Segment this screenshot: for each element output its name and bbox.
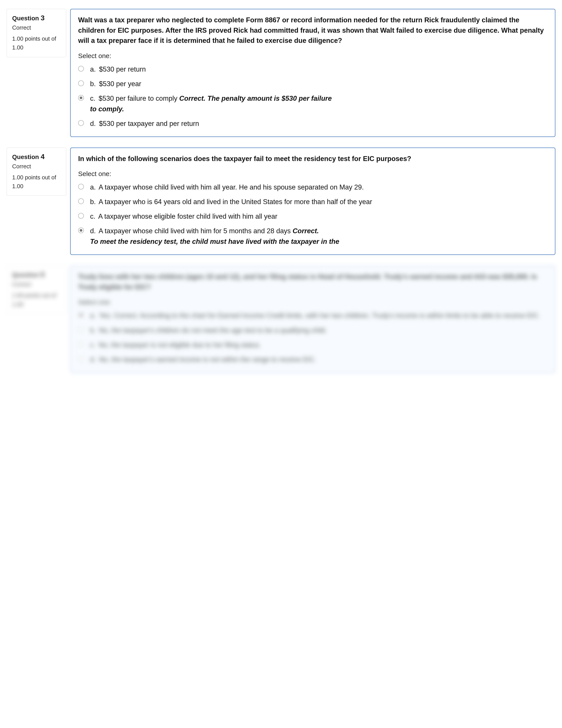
- answer-a[interactable]: a. $530 per return: [78, 64, 547, 75]
- question-number-label: Question: [12, 15, 39, 22]
- radio-icon[interactable]: [78, 213, 84, 219]
- answer-label: a.: [90, 312, 96, 319]
- answer-label: b.: [90, 326, 96, 334]
- question-stem: Trudy lives with her two children (ages …: [78, 272, 547, 292]
- question-number: Question 3: [12, 14, 61, 22]
- answer-d[interactable]: d. No, the taxpayer's earned income is n…: [78, 354, 547, 365]
- answer-feedback-continued: To meet the residency test, the child mu…: [90, 236, 547, 247]
- radio-icon[interactable]: [78, 227, 84, 233]
- answer-text: A taxpayer whose child lived with him fo…: [99, 227, 291, 235]
- question-content-panel: In which of the following scenarios does…: [70, 148, 555, 255]
- answer-body: b. A taxpayer who is 64 years old and li…: [90, 197, 547, 207]
- question-grade: 1.00 points out of 1.00: [12, 291, 61, 309]
- answer-text: Yes. Correct. According to the chart for…: [99, 312, 540, 319]
- answer-feedback: Correct.: [293, 227, 319, 235]
- question-state: Correct: [12, 163, 61, 170]
- answer-body: b. No, the taxpayer's children do not me…: [90, 325, 547, 336]
- radio-icon[interactable]: [78, 120, 84, 126]
- answer-body: d. A taxpayer whose child lived with him…: [90, 226, 547, 247]
- question-state: Correct: [12, 24, 61, 31]
- answer-c[interactable]: c. No, the taxpayer is not eligible due …: [78, 340, 547, 350]
- question-5-block-blurred: Question 5 Correct 1.00 points out of 1.…: [7, 265, 555, 373]
- answer-text: No, the taxpayer's children do not meet …: [99, 326, 327, 334]
- answer-label: a.: [90, 183, 96, 191]
- answer-label: d.: [90, 227, 96, 235]
- question-4-block: Question 4 Correct 1.00 points out of 1.…: [7, 148, 555, 255]
- answer-body: a. Yes. Correct. According to the chart …: [90, 310, 547, 321]
- answer-b[interactable]: b. A taxpayer who is 64 years old and li…: [78, 197, 547, 207]
- question-number-value: 3: [41, 14, 45, 22]
- answer-body: a. $530 per return: [90, 64, 547, 75]
- answer-text: A taxpayer whose eligible foster child l…: [98, 212, 278, 220]
- answer-text: A taxpayer whose child lived with him al…: [99, 183, 364, 191]
- radio-icon[interactable]: [78, 184, 84, 190]
- question-info-panel: Question 5 Correct 1.00 points out of 1.…: [7, 265, 66, 314]
- radio-icon[interactable]: [78, 66, 84, 72]
- question-number-value: 5: [41, 271, 45, 279]
- answer-label: c.: [90, 95, 95, 102]
- answer-a[interactable]: a. Yes. Correct. According to the chart …: [78, 310, 547, 321]
- answer-text: $530 per failure to comply: [99, 95, 178, 102]
- answer-body: b. $530 per year: [90, 79, 547, 89]
- answer-list: a. $530 per return b. $530 per year c. $…: [78, 64, 547, 129]
- question-stem: In which of the following scenarios does…: [78, 154, 547, 164]
- question-number-label: Question: [12, 271, 39, 278]
- question-number-label: Question: [12, 154, 39, 160]
- radio-icon[interactable]: [78, 356, 84, 362]
- answer-feedback-continued: to comply.: [90, 104, 547, 114]
- answer-c[interactable]: c. $530 per failure to comply Correct. T…: [78, 93, 547, 114]
- answer-d[interactable]: d. $530 per taxpayer and per return: [78, 118, 547, 129]
- answer-text: $530 per taxpayer and per return: [99, 120, 199, 127]
- answer-body: c. $530 per failure to comply Correct. T…: [90, 93, 547, 114]
- radio-icon[interactable]: [78, 95, 84, 101]
- question-stem: Walt was a tax preparer who neglected to…: [78, 15, 547, 46]
- answer-a[interactable]: a. A taxpayer whose child lived with him…: [78, 182, 547, 193]
- answer-list: a. Yes. Correct. According to the chart …: [78, 310, 547, 365]
- answer-label: d.: [90, 356, 96, 363]
- answer-body: a. A taxpayer whose child lived with him…: [90, 182, 547, 193]
- radio-icon[interactable]: [78, 341, 84, 347]
- question-content-panel: Walt was a tax preparer who neglected to…: [70, 9, 555, 137]
- radio-icon[interactable]: [78, 312, 84, 318]
- question-number: Question 4: [12, 153, 61, 161]
- answer-body: c. A taxpayer whose eligible foster chil…: [90, 211, 547, 222]
- answer-label: b.: [90, 198, 96, 206]
- select-one-prompt: Select one:: [78, 298, 547, 306]
- question-content-panel: Trudy lives with her two children (ages …: [70, 265, 555, 373]
- select-one-prompt: Select one:: [78, 52, 547, 60]
- answer-text: $530 per return: [99, 65, 146, 73]
- answer-text: No, the taxpayer's earned income is not …: [99, 356, 316, 363]
- answer-c[interactable]: c. A taxpayer whose eligible foster chil…: [78, 211, 547, 222]
- answer-body: d. No, the taxpayer's earned income is n…: [90, 354, 547, 365]
- answer-label: d.: [90, 120, 96, 127]
- question-grade: 1.00 points out of 1.00: [12, 173, 61, 191]
- answer-text: A taxpayer who is 64 years old and lived…: [99, 198, 372, 206]
- answer-list: a. A taxpayer whose child lived with him…: [78, 182, 547, 247]
- question-info-panel: Question 4 Correct 1.00 points out of 1.…: [7, 148, 66, 196]
- question-number-value: 4: [41, 153, 45, 161]
- answer-feedback: Correct. The penalty amount is $530 per …: [179, 95, 332, 102]
- answer-text: $530 per year: [99, 80, 141, 88]
- answer-d[interactable]: d. A taxpayer whose child lived with him…: [78, 226, 547, 247]
- answer-label: b.: [90, 80, 96, 88]
- answer-body: c. No, the taxpayer is not eligible due …: [90, 340, 547, 350]
- question-state: Correct: [12, 281, 61, 288]
- answer-b[interactable]: b. $530 per year: [78, 79, 547, 89]
- answer-label: c.: [90, 212, 95, 220]
- question-info-panel: Question 3 Correct 1.00 points out of 1.…: [7, 9, 66, 57]
- question-number: Question 5: [12, 271, 61, 279]
- answer-label: c.: [90, 341, 95, 349]
- radio-icon[interactable]: [78, 327, 84, 333]
- radio-icon[interactable]: [78, 80, 84, 86]
- question-grade: 1.00 points out of 1.00: [12, 34, 61, 52]
- select-one-prompt: Select one:: [78, 170, 547, 178]
- answer-body: d. $530 per taxpayer and per return: [90, 118, 547, 129]
- answer-b[interactable]: b. No, the taxpayer's children do not me…: [78, 325, 547, 336]
- answer-text: No, the taxpayer is not eligible due to …: [99, 341, 261, 349]
- radio-icon[interactable]: [78, 198, 84, 204]
- answer-label: a.: [90, 65, 96, 73]
- question-3-block: Question 3 Correct 1.00 points out of 1.…: [7, 9, 555, 137]
